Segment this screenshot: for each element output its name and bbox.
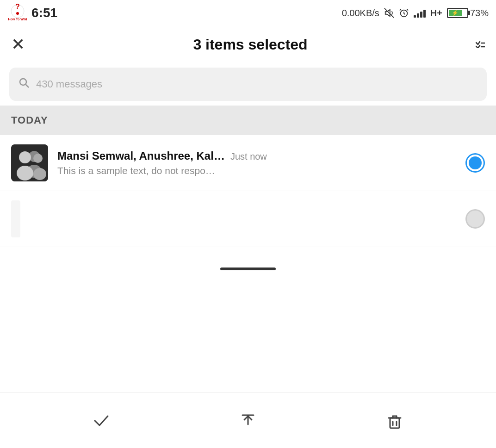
- search-icon: [19, 77, 30, 91]
- search-placeholder: 430 messages: [36, 78, 102, 90]
- app-logo: ? How To Wiki: [7, 3, 28, 23]
- network-type: H+: [430, 8, 442, 19]
- selection-title: 3 items selected: [193, 36, 307, 53]
- svg-point-13: [19, 151, 31, 163]
- check-list-icon: [476, 41, 485, 48]
- message-name-1: Mansi Semwal, Anushree, Kal…: [57, 149, 225, 162]
- select-radio-1[interactable]: [465, 153, 485, 173]
- message-preview-1: This is a sample text, do not respo…: [57, 165, 456, 176]
- svg-text:?: ?: [15, 3, 20, 11]
- checkmark-icon: [92, 411, 111, 430]
- alarm-icon: [399, 8, 409, 18]
- select-radio-2[interactable]: [465, 209, 485, 229]
- svg-text:How To Wiki: How To Wiki: [8, 18, 27, 21]
- checklist-button[interactable]: [476, 41, 485, 48]
- svg-point-2: [16, 12, 19, 15]
- archive-icon: [239, 411, 257, 430]
- status-right: 0.00KB/s H+ ⚡ 73%: [342, 8, 489, 19]
- svg-rect-19: [390, 418, 399, 428]
- status-time: 6:51: [31, 6, 57, 20]
- archive-button[interactable]: [239, 411, 257, 430]
- status-bar: ? How To Wiki 6:51 0.00KB/s H+: [0, 0, 496, 26]
- message-content-1: Mansi Semwal, Anushree, Kal… Just now Th…: [57, 149, 456, 176]
- scroll-bar: [220, 268, 276, 270]
- bottom-action-bar: [0, 392, 496, 448]
- battery-indicator: ⚡ 73%: [447, 8, 489, 19]
- status-left: ? How To Wiki 6:51: [7, 3, 57, 23]
- group-avatar-svg: [11, 144, 48, 181]
- signal-icon: [414, 8, 426, 18]
- mute-icon: [384, 8, 394, 18]
- svg-point-15: [33, 154, 43, 163]
- svg-point-8: [20, 79, 26, 85]
- mark-read-button[interactable]: [92, 411, 111, 430]
- message-list: Mansi Semwal, Anushree, Kal… Just now Th…: [0, 135, 496, 247]
- message-item-1[interactable]: Mansi Semwal, Anushree, Kal… Just now Th…: [0, 135, 496, 191]
- scroll-area: [0, 258, 496, 275]
- message-item-2[interactable]: [0, 191, 496, 247]
- delete-button[interactable]: [385, 411, 404, 430]
- network-speed: 0.00KB/s: [342, 8, 379, 19]
- battery-percent: 73%: [470, 8, 489, 19]
- svg-point-14: [17, 166, 33, 180]
- section-label: TODAY: [11, 114, 48, 126]
- avatar-group-1: [11, 144, 48, 181]
- avatar-placeholder-2: [11, 200, 20, 237]
- action-bar: ✕ 3 items selected: [0, 26, 496, 63]
- delete-icon: [385, 411, 404, 430]
- close-button[interactable]: ✕: [11, 36, 25, 53]
- message-time-1: Just now: [230, 151, 267, 162]
- section-header-today: TODAY: [0, 106, 496, 135]
- svg-point-16: [33, 168, 46, 180]
- search-bar[interactable]: 430 messages: [9, 68, 487, 101]
- message-content-2: [30, 218, 456, 220]
- svg-line-9: [26, 85, 29, 88]
